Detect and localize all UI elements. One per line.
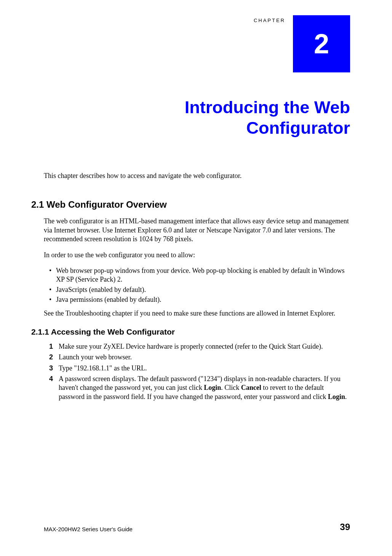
step-number: 3 — [49, 364, 59, 373]
section-2-1-1-heading: 2.1.1 Accessing the Web Configurator — [31, 327, 350, 336]
step-text: Make sure your ZyXEL Device hardware is … — [59, 342, 350, 351]
section-2-1-para3: See the Troubleshooting chapter if you n… — [44, 309, 350, 318]
document-page: CHAPTER 2 Introducing the Web Configurat… — [0, 0, 392, 556]
step-text: A password screen displays. The default … — [59, 375, 350, 401]
section-2-1-para2: In order to use the web configurator you… — [44, 251, 350, 260]
step-item: 2 Launch your web browser. — [49, 353, 350, 362]
section-2-1-heading: 2.1 Web Configurator Overview — [31, 199, 350, 210]
chapter-label: CHAPTER — [254, 18, 285, 23]
access-steps-list: 1 Make sure your ZyXEL Device hardware i… — [49, 342, 350, 401]
chapter-number-block: 2 — [293, 15, 350, 72]
step-text-segment: . — [345, 393, 347, 401]
step-item: 4 A password screen displays. The defaul… — [49, 375, 350, 401]
section-2-1-para1: The web configurator is an HTML-based ma… — [44, 217, 350, 244]
footer-page-number: 39 — [340, 522, 350, 532]
step-item: 1 Make sure your ZyXEL Device hardware i… — [49, 342, 350, 351]
chapter-title-line2: Configurator — [44, 118, 350, 138]
chapter-number: 2 — [314, 28, 329, 59]
step-number: 4 — [49, 375, 59, 401]
chapter-title-block: Introducing the Web Configurator — [44, 97, 350, 138]
step-text-segment: . Click — [221, 384, 241, 391]
step-item: 3 Type "192.168.1.1" as the URL. — [49, 364, 350, 373]
step-number: 2 — [49, 353, 59, 362]
bullet-item: Web browser pop-up windows from your dev… — [49, 266, 350, 284]
login-bold: Login — [204, 384, 221, 391]
footer-guide-name: MAX-200HW2 Series User's Guide — [44, 526, 133, 532]
page-content: This chapter describes how to access and… — [44, 171, 350, 403]
intro-paragraph: This chapter describes how to access and… — [44, 171, 350, 180]
bullet-item: JavaScripts (enabled by default). — [49, 285, 350, 294]
step-number: 1 — [49, 342, 59, 351]
page-footer: MAX-200HW2 Series User's Guide 39 — [44, 522, 350, 532]
requirements-list: Web browser pop-up windows from your dev… — [49, 266, 350, 304]
step-text: Launch your web browser. — [59, 353, 350, 362]
cancel-bold: Cancel — [241, 384, 261, 391]
login-bold: Login — [328, 393, 345, 401]
bullet-item: Java permissions (enabled by default). — [49, 295, 350, 304]
chapter-title-line1: Introducing the Web — [44, 97, 350, 118]
step-text: Type "192.168.1.1" as the URL. — [59, 364, 350, 373]
